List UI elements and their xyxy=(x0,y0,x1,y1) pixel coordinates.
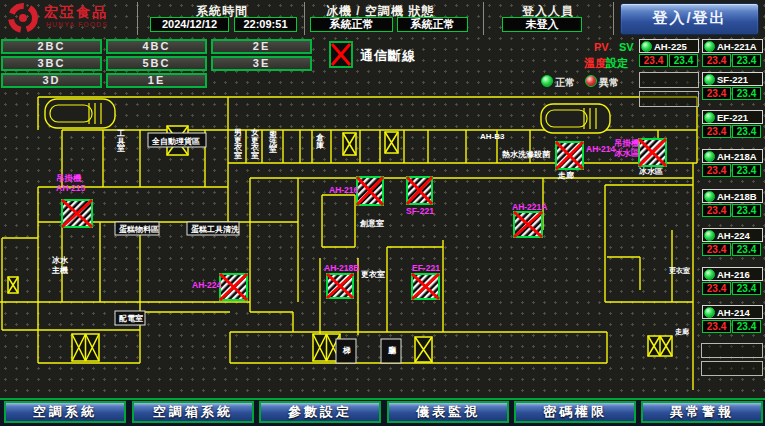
device-label: SF-221 xyxy=(406,206,434,216)
room-label: 熱水洗滌殺菌 xyxy=(501,150,551,159)
floor-button-2E[interactable]: 2E xyxy=(211,39,312,54)
equipment-AH-218B[interactable]: AH-218B xyxy=(702,189,763,203)
escalator-icon xyxy=(45,99,115,128)
device-AH-214[interactable]: AH-214 xyxy=(556,142,616,169)
device-吊掛機-冰水區[interactable]: 吊掛機冰水區 xyxy=(614,138,666,166)
comm-loss-icon xyxy=(329,41,353,68)
equipment-AH-225[interactable]: AH-225 xyxy=(639,39,699,53)
empty-slot xyxy=(701,361,763,376)
room-label: 蛋糕物料區 xyxy=(115,222,159,235)
equipment-label: AH-224 xyxy=(717,230,750,241)
device-EF-221[interactable]: EF-221 xyxy=(412,263,440,299)
svg-text:蛋糕物料區: 蛋糕物料區 xyxy=(118,224,159,234)
login-status: 未登入 xyxy=(502,17,582,32)
pv-value: 23.4 xyxy=(702,282,731,295)
equipment-values-AH-225: 23.423.4 xyxy=(639,54,698,67)
nav-button-密碼權限[interactable]: 密碼權限 xyxy=(514,401,636,423)
device-label: AH-216 xyxy=(329,185,359,195)
status-led-icon xyxy=(704,112,715,123)
room-label: 全自動理貨區 xyxy=(148,133,206,147)
floor-button-5BC[interactable]: 5BC xyxy=(106,56,207,71)
room-label: 盥洗室 xyxy=(268,130,278,154)
device-AH-224[interactable]: AH-224 xyxy=(192,274,247,300)
floor-button-3D[interactable]: 3D xyxy=(1,73,102,88)
elevator-icon xyxy=(72,334,99,361)
temp-setting-label: 溫度設定 xyxy=(584,56,628,71)
device-AH-221A[interactable]: AH-221A xyxy=(512,202,547,237)
sv-value: 23.4 xyxy=(732,282,761,295)
svg-text:主機: 主機 xyxy=(51,265,68,275)
svg-text:走廊: 走廊 xyxy=(557,170,574,180)
sv-legend: SV xyxy=(619,41,634,53)
equipment-SF-221[interactable]: SF-221 xyxy=(702,72,763,86)
equipment-label: AH-221A xyxy=(717,41,757,52)
device-label: EF-221 xyxy=(412,263,440,273)
floor-button-2BC[interactable]: 2BC xyxy=(1,39,102,54)
header-divider xyxy=(304,2,305,35)
ac-status: 系統正常 xyxy=(397,17,468,32)
elevator-icon xyxy=(648,336,672,356)
floor-button-3E[interactable]: 3E xyxy=(211,56,312,71)
status-led-icon xyxy=(704,191,715,202)
sv-value: 23.4 xyxy=(732,204,761,217)
company-name: 宏亞食品 xyxy=(44,4,108,22)
pv-legend: PV xyxy=(594,41,609,53)
device-label: 吊掛機AH-215 xyxy=(56,173,86,193)
equipment-values-EF-221: 23.423.4 xyxy=(702,125,761,138)
nav-button-空調系統[interactable]: 空調系統 xyxy=(4,401,126,423)
pv-value: 23.4 xyxy=(702,204,731,217)
svg-text:創意室: 創意室 xyxy=(359,218,384,228)
sv-value: 23.4 xyxy=(732,320,761,333)
normal-legend: 正常 xyxy=(555,76,575,90)
sv-value: 23.4 xyxy=(732,125,761,138)
equipment-values-AH-218B: 23.423.4 xyxy=(702,204,761,217)
pv-value: 23.4 xyxy=(702,87,731,100)
room-label: 走廊 xyxy=(557,170,574,180)
svg-text:男更衣室: 男更衣室 xyxy=(233,128,243,160)
equipment-AH-216[interactable]: AH-216 xyxy=(702,267,763,281)
escalator-icon xyxy=(541,104,610,133)
svg-text:全自動理貨區: 全自動理貨區 xyxy=(151,136,200,146)
equipment-label: AH-218B xyxy=(717,191,757,202)
nav-button-參數設定[interactable]: 參數設定 xyxy=(259,401,381,423)
equipment-label: AH-216 xyxy=(717,269,750,280)
header: 宏亞食品 HUNYA FOODS 系統時間 2024/12/12 22:09:5… xyxy=(0,0,765,37)
equipment-label: EF-221 xyxy=(717,112,748,123)
svg-text:更衣室: 更衣室 xyxy=(668,266,690,275)
room-label: 廳 xyxy=(381,339,401,363)
hmi-screen: 工具室全自動理貨區男更衣室女更衣室盥洗室倉庫蛋糕物料區蛋糕工具清洗冰水主機配電室… xyxy=(0,0,765,426)
floor-button-1E[interactable]: 1E xyxy=(106,73,207,88)
equipment-AH-224[interactable]: AH-224 xyxy=(702,228,763,242)
device-AH-218B[interactable]: AH-218B xyxy=(324,263,359,298)
device-AH-215[interactable]: 吊掛機AH-215 xyxy=(56,173,92,227)
nav-button-儀表監視[interactable]: 儀表監視 xyxy=(387,401,509,423)
equipment-AH-221A[interactable]: AH-221A xyxy=(702,39,763,53)
company-logo-icon xyxy=(4,1,44,35)
equipment-label: AH-225 xyxy=(654,41,687,52)
pv-value: 23.4 xyxy=(702,243,731,256)
header-divider xyxy=(613,2,614,35)
equipment-AH-214[interactable]: AH-214 xyxy=(702,305,763,319)
abnormal-legend: 異常 xyxy=(599,76,619,90)
login-logout-button[interactable]: 登入/登出 xyxy=(620,3,759,35)
status-led-icon xyxy=(704,74,715,85)
device-SF-221[interactable]: SF-221 xyxy=(406,177,434,216)
floor-button-4BC[interactable]: 4BC xyxy=(106,39,207,54)
device-AH-216[interactable]: AH-216 xyxy=(329,177,383,205)
nav-button-空調箱系統[interactable]: 空調箱系統 xyxy=(132,401,254,423)
room-label: 更衣室 xyxy=(668,266,690,275)
equipment-values-SF-221: 23.423.4 xyxy=(702,87,761,100)
room-label: 女更衣室 xyxy=(250,128,260,160)
device-label: AH-214 xyxy=(586,144,616,154)
abnormal-led-icon xyxy=(585,75,597,87)
company-name-en: HUNYA FOODS xyxy=(46,21,108,28)
equipment-EF-221[interactable]: EF-221 xyxy=(702,110,763,124)
floor-button-3BC[interactable]: 3BC xyxy=(1,56,102,71)
nav-button-異常警報[interactable]: 異常警報 xyxy=(641,401,763,423)
sv-value: 23.4 xyxy=(732,243,761,256)
room-label: 梯 xyxy=(336,339,356,363)
equipment-values-AH-218A: 23.423.4 xyxy=(702,164,761,177)
equipment-AH-218A[interactable]: AH-218A xyxy=(702,149,763,163)
normal-led-icon xyxy=(541,75,553,87)
svg-text:冰水: 冰水 xyxy=(52,256,69,265)
